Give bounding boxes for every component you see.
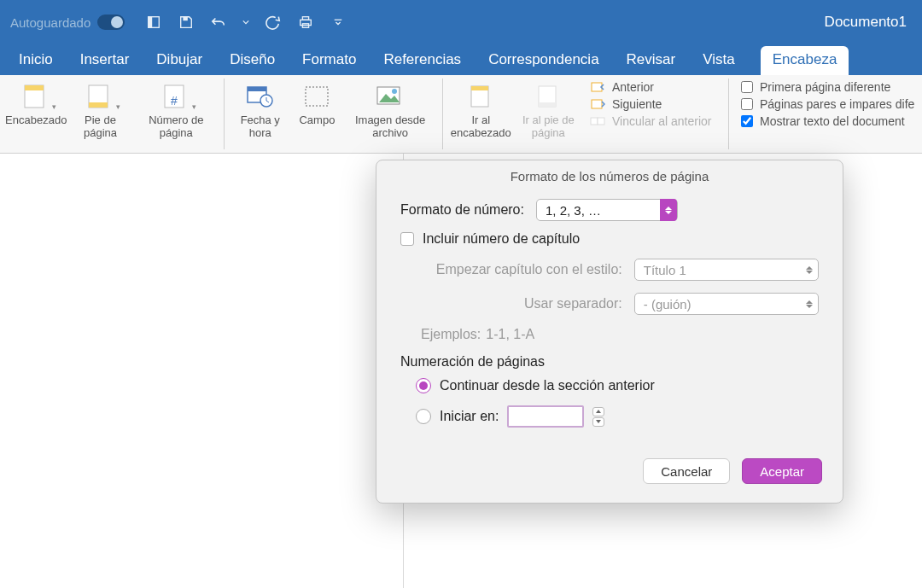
- menu-diseno[interactable]: Diseño: [228, 46, 277, 75]
- number-format-select[interactable]: 1, 2, 3, …: [536, 199, 678, 221]
- toggle-switch-icon[interactable]: [97, 15, 125, 30]
- select-arrows-icon[interactable]: [660, 199, 677, 221]
- nav-previous[interactable]: Anterior: [590, 80, 721, 94]
- svg-rect-14: [248, 87, 266, 91]
- separator-label: Usar separador:: [421, 296, 622, 311]
- stepper-up-icon[interactable]: [592, 407, 604, 416]
- header-button[interactable]: ▾ Encabezado: [7, 79, 65, 131]
- radio-off-icon[interactable]: [416, 409, 431, 424]
- field-button[interactable]: Campo: [292, 79, 341, 131]
- opt-odd-even[interactable]: Páginas pares e impares dife: [741, 97, 915, 111]
- menu-revisar[interactable]: Revisar: [625, 46, 678, 75]
- save-icon[interactable]: [178, 14, 195, 31]
- autosave-label: Autoguardado: [10, 15, 90, 30]
- menu-referencias[interactable]: Referencias: [382, 46, 463, 75]
- accept-button[interactable]: Aceptar: [742, 458, 822, 484]
- svg-rect-27: [598, 118, 604, 125]
- document-title: Documento1: [825, 14, 912, 31]
- include-chapter-checkbox[interactable]: Incluir número de capítulo: [400, 231, 819, 247]
- chapter-style-select: Título 1: [634, 259, 819, 281]
- radio-on-icon[interactable]: [416, 378, 431, 393]
- image-from-file-button[interactable]: Imagen desde archivo: [345, 79, 435, 143]
- goto-footer-button: Ir al pie de página: [516, 79, 581, 143]
- page-number-format-dialog: Formato de los números de página Formato…: [376, 160, 843, 504]
- cancel-button[interactable]: Cancelar: [643, 458, 730, 484]
- customize-icon[interactable]: [330, 14, 347, 31]
- menu-vista[interactable]: Vista: [701, 46, 737, 75]
- separator-select: - (guión): [634, 293, 819, 315]
- radio-continue-previous[interactable]: Continuar desde la sección anterior: [400, 378, 819, 393]
- stepper-down-icon[interactable]: [592, 417, 604, 427]
- redo-icon[interactable]: [265, 14, 282, 31]
- chapter-style-label: Empezar capítulo con el estilo:: [421, 262, 622, 277]
- svg-rect-8: [25, 85, 44, 90]
- chevron-down-icon[interactable]: [242, 14, 249, 31]
- home-icon[interactable]: [145, 14, 162, 31]
- nav-next[interactable]: Siguiente: [590, 97, 721, 111]
- select-arrows-icon: [801, 259, 818, 281]
- examples-value: 1-1, 1-A: [486, 327, 534, 342]
- svg-rect-25: [592, 100, 602, 108]
- checkbox-icon[interactable]: [400, 232, 414, 246]
- autosave-toggle[interactable]: Autoguardado: [10, 15, 125, 30]
- menu-formato[interactable]: Formato: [301, 46, 358, 75]
- svg-rect-21: [471, 86, 488, 90]
- number-format-label: Formato de número:: [400, 202, 524, 218]
- svg-rect-16: [306, 87, 328, 106]
- menu-dibujar[interactable]: Dibujar: [155, 46, 204, 75]
- svg-rect-6: [335, 20, 342, 20]
- svg-rect-4: [303, 17, 309, 20]
- menu-encabezado[interactable]: Encabeza: [761, 46, 849, 75]
- svg-rect-23: [539, 102, 556, 107]
- svg-rect-3: [301, 20, 312, 25]
- undo-icon[interactable]: [210, 14, 227, 31]
- ribbon: ▾ Encabezado ▾ Pie de página #▾ Número d…: [0, 75, 922, 154]
- date-time-button[interactable]: Fecha y hora: [231, 79, 289, 143]
- svg-rect-10: [89, 102, 108, 108]
- title-bar: Autoguardado Documento1: [0, 0, 922, 44]
- svg-point-19: [392, 89, 397, 94]
- start-at-input[interactable]: [507, 405, 584, 428]
- menu-correspondencia[interactable]: Correspondencia: [487, 46, 600, 75]
- opt-different-first[interactable]: Primera página diferente: [741, 80, 915, 94]
- link-icon: [590, 115, 605, 127]
- svg-rect-26: [591, 118, 598, 125]
- menu-inicio[interactable]: Inicio: [17, 46, 55, 75]
- radio-start-at[interactable]: Iniciar en:: [400, 405, 819, 428]
- footer-button[interactable]: ▾ Pie de página: [68, 79, 131, 143]
- quick-access-toolbar: [145, 14, 347, 31]
- svg-rect-1: [149, 17, 153, 28]
- page-numbering-section-label: Numeración de páginas: [400, 354, 819, 370]
- svg-rect-2: [184, 17, 188, 21]
- svg-text:#: #: [171, 94, 178, 108]
- start-at-stepper[interactable]: [592, 407, 604, 427]
- select-arrows-icon: [801, 293, 818, 315]
- nav-link-previous: Vincular al anterior: [590, 114, 721, 128]
- page-number-button[interactable]: #▾ Número de página: [136, 79, 218, 143]
- arrow-up-icon: [590, 81, 605, 93]
- print-icon[interactable]: [297, 14, 314, 31]
- examples-label: Ejemplos:: [421, 327, 481, 342]
- goto-header-button[interactable]: Ir al encabezado: [450, 79, 512, 143]
- arrow-down-icon: [590, 98, 605, 110]
- dialog-title: Formato de los números de página: [376, 160, 843, 199]
- menu-insertar[interactable]: Insertar: [79, 46, 131, 75]
- opt-show-doc-text[interactable]: Mostrar texto del document: [741, 114, 915, 128]
- menu-bar: Inicio Insertar Dibujar Diseño Formato R…: [0, 44, 922, 75]
